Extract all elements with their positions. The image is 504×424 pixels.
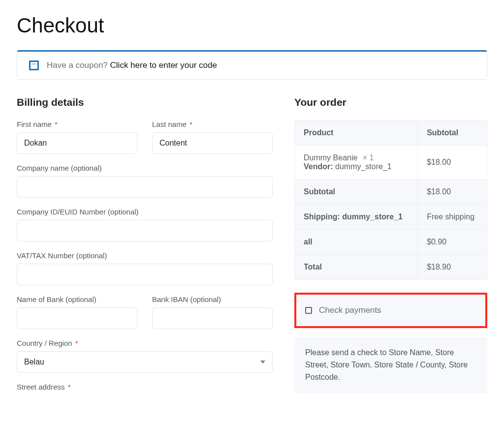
country-select[interactable]: Belau [17,351,273,373]
last-name-label: Last name * [152,120,273,128]
order-heading: Your order [294,96,487,108]
order-section: Your order Product Subtotal Dummy Beanie… [294,96,487,393]
country-label: Country / Region * [17,339,273,347]
vat-label: VAT/TAX Number (optional) [17,251,273,260]
required-mark: * [66,383,71,391]
company-id-label: Company ID/EUID Number (optional) [17,208,273,216]
required-mark: * [188,120,192,128]
order-shipping-label: Shipping: dummy_store_1 [295,205,418,230]
chevron-down-icon [260,361,265,363]
vat-input[interactable] [17,264,273,285]
order-all-value: $0.90 [418,230,487,255]
first-name-label-text: First name [17,120,52,128]
bank-iban-input[interactable] [152,307,273,329]
bank-name-input[interactable] [17,307,137,329]
coupon-prompt: Have a coupon? Click here to enter your … [47,61,217,70]
required-mark: * [53,120,58,128]
billing-heading: Billing details [17,96,273,108]
coupon-toggle-link[interactable]: Click here to enter your code [110,61,217,70]
order-all-label: all [295,230,418,255]
order-total-value: $18.90 [418,255,487,280]
payment-method-label: Check payments [319,305,381,315]
order-total-label: Total [295,255,418,280]
order-item-name: Dummy Beanie [304,153,357,162]
billing-section: Billing details First name * Last name * [17,96,273,395]
order-subtotal-value: $18.00 [418,180,487,205]
street-address-label: Street address * [17,383,273,391]
company-id-input[interactable] [17,220,273,242]
payment-method-option[interactable]: Check payments [305,305,476,315]
country-select-value: Belau [24,358,44,366]
first-name-input[interactable] [17,132,137,154]
order-item-vendor-value: dummy_store_1 [335,162,392,171]
country-label-text: Country / Region [17,339,72,347]
order-item-qty: × 1 [363,153,374,162]
coupon-icon [29,61,39,70]
company-name-label: Company name (optional) [17,164,273,172]
order-table: Product Subtotal Dummy Beanie × 1 Vendor… [294,120,487,280]
page-title: Checkout [17,14,487,37]
coupon-banner: Have a coupon? Click here to enter your … [17,50,487,80]
first-name-label: First name * [17,120,137,128]
order-shipping-value: Free shipping [418,205,487,230]
bank-iban-label: Bank IBAN (optional) [152,295,273,303]
order-item-price: $18.00 [418,146,487,180]
company-name-input[interactable] [17,176,273,198]
required-mark: * [73,339,78,347]
street-address-label-text: Street address [17,383,65,391]
payment-method-panel: Check payments [294,293,487,328]
payment-method-description: Please send a check to Store Name, Store… [294,337,487,393]
coupon-prompt-text: Have a coupon? [47,61,110,70]
order-item-vendor-label: Vendor: [304,162,333,171]
bank-name-label: Name of Bank (optional) [17,295,137,303]
order-col-subtotal: Subtotal [418,121,487,146]
last-name-label-text: Last name [152,120,187,128]
last-name-input[interactable] [152,132,273,154]
order-col-product: Product [295,121,418,146]
radio-icon [305,307,312,314]
order-subtotal-label: Subtotal [295,180,418,205]
order-item-cell: Dummy Beanie × 1 Vendor: dummy_store_1 [295,146,418,180]
